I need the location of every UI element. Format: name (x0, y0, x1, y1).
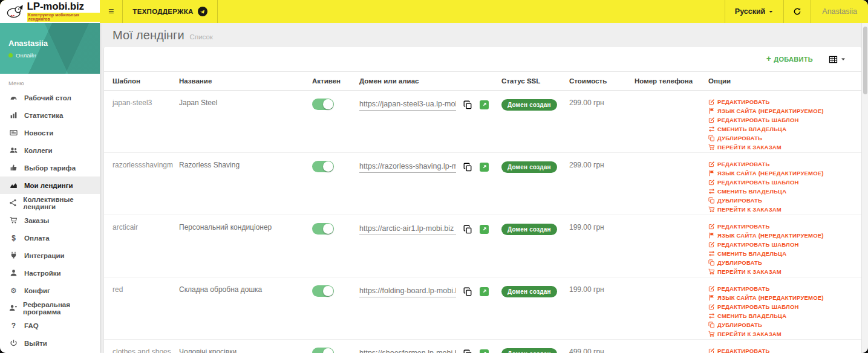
table-header-row: ШаблонНазваниеАктивенДомен или алиасСтат… (104, 71, 861, 91)
toggle-knob (323, 348, 333, 353)
active-toggle[interactable] (312, 223, 334, 235)
flag-icon (708, 294, 715, 301)
support-button[interactable]: ТЕХПОДДЕРЖКА (123, 0, 217, 23)
brand-title: LP-mobi.biz (27, 1, 100, 11)
cell-template: red (104, 285, 179, 339)
option-copy-link[interactable]: ДУБЛИРОВАТЬ (708, 135, 861, 141)
table-row: japan-steel3 Japan Steel Домен создан 29… (104, 91, 861, 153)
option-edit-link[interactable]: РЕДАКТИРОВАТЬ (708, 348, 861, 353)
add-landing-button[interactable]: + ДОБАВИТЬ (766, 54, 813, 64)
option-edit-link[interactable]: РЕДАКТИРОВАТЬ (708, 161, 861, 167)
option-edit-link[interactable]: РЕДАКТИРОВАТЬ (708, 99, 861, 105)
row-options: РЕДАКТИРОВАТЬ ЯЗЫК САЙТА (НЕРЕДАКТИРУЕМО… (708, 285, 861, 337)
cell-name: Персональний кондиціонер (179, 223, 312, 277)
sidebar-item-dollar[interactable]: $ Оплата (0, 229, 100, 247)
open-site-button[interactable] (480, 287, 489, 296)
option-cart-link[interactable]: ПЕРЕЙТИ К ЗАКАЗАМ (708, 268, 861, 275)
option-edit-link[interactable]: РЕДАКТИРОВАТЬ (708, 285, 861, 292)
sidebar-item-user-plus[interactable]: Реферальная программа (0, 299, 100, 317)
open-site-button[interactable] (480, 163, 489, 172)
cart-icon (8, 216, 19, 224)
sidebar-item-dashboard[interactable]: Рабочий стол (0, 89, 100, 106)
sidebar-item-plug[interactable]: Интеграции (0, 247, 100, 264)
sidebar-toggle-button[interactable]: ≡ (100, 0, 122, 23)
cell-name: Japan Steel (179, 99, 312, 152)
edit-icon (708, 241, 715, 248)
scrollbar-thumb[interactable] (863, 27, 867, 94)
sidebar-username: Anastasiia (8, 39, 100, 48)
option-exchange-link[interactable]: СМЕНИТЬ ВЛАДЕЛЬЦА (708, 188, 861, 195)
refresh-button[interactable] (784, 0, 811, 23)
option-edit-link[interactable]: РЕДАКТИРОВАТЬ ШАБЛОН (708, 303, 861, 310)
domain-input[interactable] (359, 161, 456, 173)
copy-domain-icon[interactable] (463, 100, 472, 109)
question-icon: ? (8, 322, 19, 330)
option-flag-link[interactable]: ЯЗЫК САЙТА (НЕРЕДАКТИРУЕМОЕ) (708, 294, 861, 301)
sidebar-item-question[interactable]: ? FAQ (0, 317, 100, 334)
active-toggle[interactable] (312, 161, 334, 172)
option-exchange-link[interactable]: СМЕНИТЬ ВЛАДЕЛЬЦА (708, 313, 861, 319)
sidebar-item-share[interactable]: Коллективные лендинги (0, 194, 100, 212)
open-site-button[interactable] (480, 349, 489, 353)
sidebar-item-users[interactable]: Коллеги (0, 141, 100, 159)
option-edit-link[interactable]: РЕДАКТИРОВАТЬ ШАБЛОН (708, 179, 861, 186)
option-copy-link[interactable]: ДУБЛИРОВАТЬ (708, 259, 861, 266)
add-button-label: ДОБАВИТЬ (774, 56, 813, 63)
domain-input[interactable] (359, 285, 456, 297)
open-site-button[interactable] (480, 100, 489, 109)
option-copy-link[interactable]: ДУБЛИРОВАТЬ (708, 322, 861, 328)
active-toggle[interactable] (312, 348, 334, 353)
domain-input[interactable] (359, 223, 456, 235)
active-toggle[interactable] (312, 99, 334, 110)
table-view-dropdown[interactable] (829, 55, 846, 64)
language-dropdown[interactable]: Русский (725, 0, 784, 23)
option-flag-link[interactable]: ЯЗЫК САЙТА (НЕРЕДАКТИРУЕМОЕ) (708, 108, 861, 114)
option-edit-link[interactable]: РЕДАКТИРОВАТЬ ШАБЛОН (708, 117, 861, 123)
sidebar-item-cart[interactable]: Заказы (0, 212, 100, 229)
exchange-icon (708, 250, 715, 257)
copy-domain-icon[interactable] (463, 163, 472, 172)
domain-input[interactable] (359, 99, 456, 111)
table-row: razorlessshavingm Razorless Shaving Доме… (104, 153, 861, 215)
topbar-username[interactable]: Anastasiia (811, 0, 868, 23)
edit-icon (708, 99, 715, 105)
cart-icon (708, 268, 715, 275)
option-cart-link[interactable]: ПЕРЕЙТИ К ЗАКАЗАМ (708, 331, 861, 337)
chevron-down-icon (768, 9, 774, 15)
hamburger-icon: ≡ (108, 6, 114, 17)
copy-icon (708, 135, 715, 141)
sidebar-item-thumb[interactable]: Выбор тарифа (0, 159, 100, 176)
option-cart-link[interactable]: ПЕРЕЙТИ К ЗАКАЗАМ (708, 206, 861, 213)
sidebar-item-power[interactable]: Выйти (0, 334, 100, 352)
domain-input[interactable] (359, 348, 456, 353)
option-exchange-link[interactable]: СМЕНИТЬ ВЛАДЕЛЬЦА (708, 126, 861, 132)
row-options: РЕДАКТИРОВАТЬ ЯЗЫК САЙТА (НЕРЕДАКТИРУЕМО… (708, 99, 861, 151)
exchange-icon (708, 126, 715, 132)
gear-icon: ⚙ (8, 287, 19, 295)
vertical-scrollbar[interactable] (861, 23, 868, 353)
open-site-button[interactable] (480, 225, 489, 234)
option-flag-link[interactable]: ЯЗЫК САЙТА (НЕРЕДАКТИРУЕМОЕ) (708, 232, 861, 239)
sidebar-item-user[interactable]: Настройки (0, 264, 100, 282)
caret-down-icon (841, 57, 846, 62)
option-cart-link[interactable]: ПЕРЕЙТИ К ЗАКАЗАМ (708, 144, 861, 151)
option-edit-link[interactable]: РЕДАКТИРОВАТЬ (708, 223, 861, 230)
copy-domain-icon[interactable] (463, 349, 472, 353)
copy-domain-icon[interactable] (463, 287, 472, 296)
brand-logo[interactable]: LP-mobi.biz Конструктор мобильных лендин… (0, 0, 100, 23)
option-edit-link[interactable]: РЕДАКТИРОВАТЬ ШАБЛОН (708, 241, 861, 248)
sidebar-item-stats[interactable]: Статистика (0, 106, 100, 124)
cell-phone (635, 285, 708, 339)
option-copy-link[interactable]: ДУБЛИРОВАТЬ (708, 197, 861, 204)
option-flag-link[interactable]: ЯЗЫК САЙТА (НЕРЕДАКТИРУЕМОЕ) (708, 170, 861, 176)
sidebar-item-news[interactable]: Новости (0, 124, 100, 141)
sidebar-item-gear[interactable]: ⚙ Конфиг (0, 282, 100, 299)
copy-domain-icon[interactable] (463, 225, 472, 234)
option-exchange-link[interactable]: СМЕНИТЬ ВЛАДЕЛЬЦА (708, 250, 861, 257)
sidebar-item-chart[interactable]: Мои лендинги (0, 176, 100, 194)
active-toggle[interactable] (312, 285, 334, 297)
support-label: ТЕХПОДДЕРЖКА (132, 8, 193, 15)
cell-name: Чоловічі кросівки (179, 348, 312, 353)
exchange-icon (708, 313, 715, 319)
toggle-knob (323, 161, 333, 172)
